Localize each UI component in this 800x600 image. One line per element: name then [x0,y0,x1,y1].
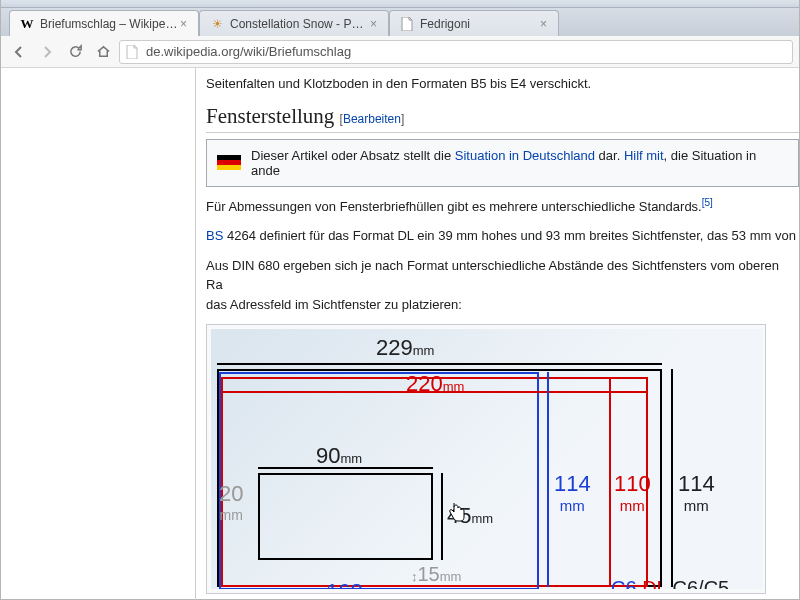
close-icon[interactable]: × [540,19,550,29]
intro-fragment: Seitenfalten und Klotzboden in den Forma… [206,74,799,94]
sidebar-gutter [1,68,196,600]
dim-229: 229mm [376,335,434,361]
help-link[interactable]: Hilf mit [624,148,664,163]
notice-text: Dieser Artikel oder Absatz stellt die Si… [251,148,788,178]
situation-link[interactable]: Situation in Deutschland [455,148,595,163]
home-button[interactable] [91,40,115,64]
dim-90: 90mm [316,443,362,469]
wikipedia-favicon-icon: W [20,17,34,31]
forward-button[interactable] [35,40,59,64]
reference-5[interactable]: [5] [702,197,713,208]
reload-button[interactable] [63,40,87,64]
tab-label: Fedrigoni [420,17,540,31]
dim-20: 20mm [219,481,243,523]
dim-114-blue: 114mm [554,471,591,514]
close-icon[interactable]: × [180,19,190,29]
edit-link[interactable]: Bearbeiten [343,112,401,126]
dim-110: 110mm [614,471,651,514]
rect-window [258,473,433,560]
dim-220: 220mm [406,371,464,397]
article-body: Seitenfalten und Klotzboden in den Forma… [196,68,799,600]
bs-link[interactable]: BS [206,228,223,243]
dim-162: 162mm [326,579,384,589]
germany-flag-icon [217,155,241,170]
format-labels: C6 DL C6/C5 [611,577,729,589]
close-icon[interactable]: × [370,19,380,29]
dim-45: 45mm [447,503,493,529]
url-text: de.wikipedia.org/wiki/Briefumschlag [146,44,351,59]
paragraph-bs4264: BS 4264 definiert für das Format DL ein … [206,226,799,246]
sun-favicon-icon: ☀ [210,17,224,31]
address-bar[interactable]: de.wikipedia.org/wiki/Briefumschlag [119,40,793,64]
section-title: Fensterstellung [206,104,334,128]
toolbar: de.wikipedia.org/wiki/Briefumschlag [1,36,799,68]
back-button[interactable] [7,40,31,64]
tab-label: Briefumschlag – Wikipedia [40,17,180,31]
dim-15: ↕15mm [411,563,461,586]
tab-constellation[interactable]: ☀ Constellation Snow - Pape × [199,10,389,36]
page-favicon-icon [400,17,414,31]
window-titlebar [1,0,799,8]
dim-114-black: 114mm [678,471,715,514]
page-icon [126,45,140,59]
tab-label: Constellation Snow - Pape [230,17,370,31]
tab-wikipedia[interactable]: W Briefumschlag – Wikipedia × [9,10,199,36]
section-heading: Fensterstellung [Bearbeiten] [206,104,799,133]
tab-fedrigoni[interactable]: Fedrigoni × [389,10,559,36]
country-notice: Dieser Artikel oder Absatz stellt die Si… [206,139,799,187]
paragraph-standards: Für Abmessungen von Fensterbriefhüllen g… [206,195,799,217]
paragraph-din680: Aus DIN 680 ergeben sich je nach Format … [206,256,799,315]
tab-bar: W Briefumschlag – Wikipedia × ☀ Constell… [1,8,799,36]
envelope-diagram[interactable]: 229mm 220mm 90mm 20mm 45mm ↕15mm [206,324,766,594]
